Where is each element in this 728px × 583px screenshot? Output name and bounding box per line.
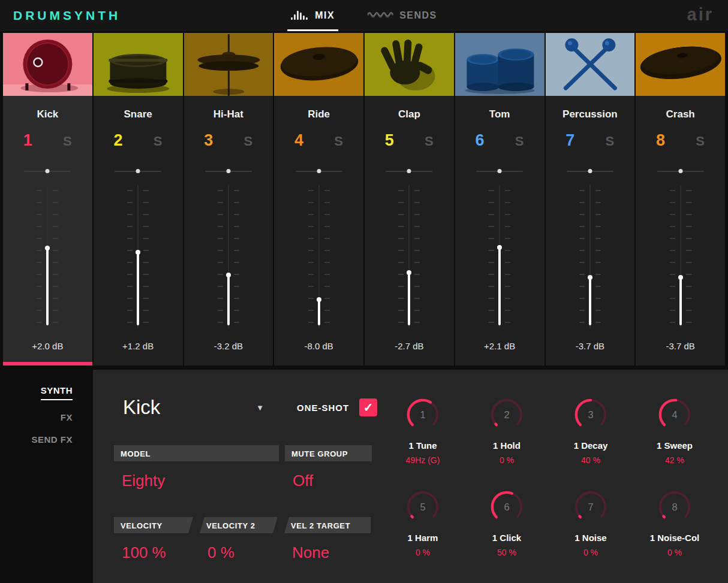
volume-db-value: -3.2 dB [214,341,243,351]
pan-slider[interactable] [386,168,432,174]
pan-handle[interactable] [46,169,50,173]
volume-db-value: +1.2 dB [122,341,154,351]
pan-slider[interactable] [24,168,71,174]
pan-slider[interactable] [115,168,161,174]
channel-number-row: 3S [197,131,260,150]
pan-handle[interactable] [226,169,230,173]
pan-slider[interactable] [657,168,704,174]
solo-button[interactable]: S [507,134,531,149]
fader-handle[interactable] [588,275,592,280]
velocity-2-value[interactable]: 0 % [200,543,278,562]
vel-2-target-value[interactable]: None [284,543,371,562]
knob-label: 1 Harm [408,533,438,543]
fader-handle[interactable] [226,273,231,277]
pan-handle[interactable] [136,169,140,173]
mute-group-label: MUTE GROUP [285,445,372,461]
pan-slider[interactable] [476,168,523,174]
channel-strip-snare[interactable]: Snare2S+1.2 dB [94,33,183,365]
svg-text:7: 7 [588,502,593,512]
solo-button[interactable]: S [327,134,351,149]
pan-handle[interactable] [678,169,682,173]
channel-strip-kick[interactable]: Kick1S+2.0 dB [3,33,92,365]
volume-fader[interactable] [301,185,337,328]
percussion-mallets-icon[interactable] [546,33,635,96]
fader-handle[interactable] [407,270,411,275]
fader-handle[interactable] [497,245,502,250]
knob-dial-7[interactable]: 7 [573,490,608,524]
pan-handle[interactable] [498,169,502,173]
tom-drums-icon[interactable] [455,33,545,96]
knob-dial-8[interactable]: 8 [657,490,692,524]
pan-handle[interactable] [317,169,321,173]
pan-handle[interactable] [588,169,592,173]
ride-cymbal-icon[interactable] [274,33,363,96]
volume-db-value: -3.7 dB [666,341,694,351]
knob-value: 40 % [581,455,600,465]
solo-button[interactable]: S [417,134,441,149]
pan-handle[interactable] [407,169,411,173]
volume-fader[interactable] [663,185,699,328]
knob-dial-5[interactable]: 5 [405,490,440,524]
drumsynth-logo: DRUMSYNTH [13,8,121,23]
hi-hat-icon[interactable] [184,33,273,96]
channel-number: 4 [287,131,311,150]
knob-dial-4[interactable]: 4 [657,397,692,432]
tab-send-fx[interactable]: SEND FX [31,434,73,445]
channel-strip-clap[interactable]: Clap5S-2.7 dB [365,33,454,365]
knob-1-harm: 51 Harm0 % [381,490,465,557]
mute-group-value[interactable]: Off [285,472,372,490]
channel-strip-ride[interactable]: Ride4S-8.0 dB [274,33,363,365]
pan-slider[interactable] [205,168,252,174]
volume-fader[interactable] [210,185,246,328]
channel-strip-percussion[interactable]: Percussion7S-3.7 dB [546,33,635,365]
knob-dial-3[interactable]: 3 [573,397,608,432]
checkmark-icon: ✓ [363,400,374,415]
volume-fader[interactable] [391,185,427,328]
knob-1-click: 61 Click50 % [465,490,549,557]
velocity-value[interactable]: 100 % [114,543,193,562]
channel-name: Snare [124,108,152,120]
tab-sends[interactable]: SENDS [367,0,437,31]
model-value[interactable]: Eighty [114,472,279,490]
tab-mix[interactable]: MIX [291,0,335,31]
fader-handle[interactable] [317,297,321,302]
channel-strip-tom[interactable]: Tom6S+2.1 dB [455,33,545,365]
solo-button[interactable]: S [146,134,170,149]
volume-fader[interactable] [482,185,518,328]
volume-fader[interactable] [29,185,65,328]
knob-dial-1[interactable]: 1 [405,397,440,432]
channel-name: Ride [308,108,330,120]
clap-hand-icon[interactable] [365,33,454,96]
solo-button[interactable]: S [55,134,79,149]
snare-drum-icon[interactable] [94,33,183,96]
solo-button[interactable]: S [598,134,622,149]
volume-db-value: -2.7 dB [395,341,423,351]
volume-db-value: -8.0 dB [304,341,333,351]
fader-handle[interactable] [678,275,683,280]
kick-drum-icon[interactable] [3,33,92,96]
knob-label: 1 Decay [574,440,608,451]
pan-slider[interactable] [567,168,613,174]
fader-handle[interactable] [45,246,50,250]
tab-fx[interactable]: FX [61,412,73,422]
tab-synth[interactable]: SYNTH [41,385,73,400]
pan-slider[interactable] [296,168,342,174]
solo-button[interactable]: S [688,134,712,149]
one-shot-checkbox[interactable]: ✓ [359,398,377,416]
knob-dial-2[interactable]: 2 [489,397,524,432]
channel-name: Tom [489,108,510,120]
channel-strip-crash[interactable]: Crash8S-3.7 dB [636,33,725,365]
pad-selector-dropdown[interactable]: Kick ▼ [114,396,264,419]
knob-dial-6[interactable]: 6 [489,490,524,524]
fader-handle[interactable] [136,250,140,255]
solo-button[interactable]: S [236,134,260,149]
volume-fader[interactable] [572,185,608,328]
crash-cymbal-icon[interactable] [636,33,725,96]
channel-strip-hi-hat[interactable]: Hi-Hat3S-3.2 dB [184,33,273,365]
channel-number-row: 6S [468,131,531,150]
volume-db-value: +2.0 dB [32,341,63,351]
volume-fader[interactable] [120,185,156,328]
svg-text:8: 8 [672,502,677,512]
tab-mix-label: MIX [315,10,335,21]
knob-grid: 11 Tune49Hz (G)21 Hold0 %31 Decay40 %41 … [381,370,718,583]
